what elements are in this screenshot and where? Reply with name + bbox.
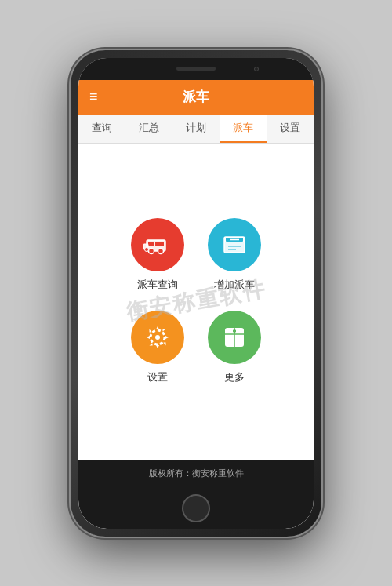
header-title: 派车	[183, 88, 209, 106]
settings-icon	[131, 311, 184, 364]
grid-item-more[interactable]: 更多	[208, 311, 261, 384]
add-dispatch-icon	[208, 218, 261, 271]
tab-settings[interactable]: 设置	[267, 115, 314, 143]
more-label: 更多	[224, 370, 245, 384]
phone-outer: ≡ 派车 查询 汇总 计划 派车 设置 衡安称重软件	[71, 50, 321, 537]
speaker	[176, 67, 216, 71]
settings-label: 设置	[147, 370, 168, 384]
menu-icon[interactable]: ≡	[89, 89, 98, 105]
app-footer: 版权所有：衡安称重软件	[78, 460, 314, 488]
tab-plan[interactable]: 计划	[172, 115, 220, 143]
svg-point-21	[155, 335, 160, 340]
grid-item-add-dispatch[interactable]: 增加派车	[208, 218, 261, 292]
phone-top	[78, 58, 314, 80]
tab-dispatch[interactable]: 派车	[220, 115, 267, 143]
tab-summary[interactable]: 汇总	[125, 115, 172, 143]
nav-tabs: 查询 汇总 计划 派车 设置	[78, 115, 314, 144]
svg-point-3	[158, 249, 164, 254]
more-icon	[208, 311, 261, 364]
grid-item-settings[interactable]: 设置	[131, 311, 184, 384]
footer-text: 版权所有：衡安称重软件	[149, 468, 244, 479]
camera-dot	[254, 67, 259, 71]
main-content: 衡安称重软件	[78, 144, 314, 460]
app-header: ≡ 派车	[78, 80, 314, 115]
svg-point-2	[149, 249, 154, 254]
grid-item-dispatch-query[interactable]: 派车查询	[131, 218, 184, 292]
dispatch-query-label: 派车查询	[137, 278, 178, 292]
phone-inner: ≡ 派车 查询 汇总 计划 派车 设置 衡安称重软件	[78, 58, 314, 529]
phone-bottom	[78, 488, 314, 529]
add-dispatch-label: 增加派车	[214, 278, 255, 292]
tab-query[interactable]: 查询	[78, 115, 125, 143]
svg-point-8	[145, 248, 149, 252]
home-button[interactable]	[182, 494, 210, 522]
svg-rect-5	[155, 242, 164, 246]
screen: ≡ 派车 查询 汇总 计划 派车 设置 衡安称重软件	[78, 80, 314, 488]
dispatch-query-icon	[131, 218, 184, 271]
svg-rect-4	[148, 242, 154, 246]
icon-grid: 派车查询	[131, 218, 261, 384]
